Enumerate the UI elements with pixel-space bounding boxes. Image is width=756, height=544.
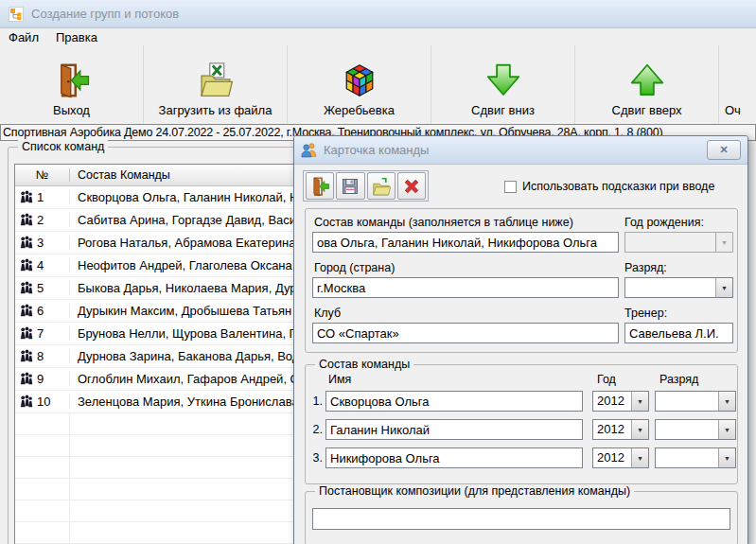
team-members-text: Брунова Нелли, Щурова Валентина, Г: [70, 326, 296, 341]
member-year-combobox[interactable]: 2012 ▼: [592, 447, 649, 468]
members-groupbox: Состав команды Имя Год Разряд 1. 2012 ▼ …: [305, 364, 738, 484]
birth-year-label: Год рождения:: [624, 216, 704, 229]
app-icon: [9, 7, 24, 22]
delete-x-icon: [402, 177, 421, 196]
member-rank-column-label: Разряд: [659, 373, 698, 386]
team-members-text: Зеленцова Мария, Уткина Бронислава: [70, 395, 299, 409]
exit-button[interactable]: Выход: [0, 45, 144, 124]
team-icon: [19, 213, 33, 227]
team-list-title: Список команд: [18, 140, 108, 153]
member-name-input[interactable]: [325, 391, 583, 412]
team-icon: [19, 349, 33, 363]
member-row-number: 3.: [308, 451, 323, 465]
member-rank-combobox[interactable]: ▼: [655, 391, 736, 412]
coach-input[interactable]: [624, 323, 733, 343]
dialog-titlebar: Карточка команды ✕: [294, 136, 747, 165]
close-icon: ✕: [719, 144, 728, 156]
team-number: 6: [37, 304, 44, 318]
people-icon: [301, 142, 317, 158]
team-number: 4: [37, 258, 44, 272]
team-members-text: Дурнова Зарина, Баканова Дарья, Вод: [70, 349, 299, 363]
member-row-number: 2.: [308, 423, 323, 436]
draw-button-label: Жеребьевка: [324, 103, 395, 117]
chevron-down-icon: ▼: [718, 448, 735, 467]
team-number: 3: [37, 236, 44, 250]
dialog-exit-button[interactable]: [306, 172, 334, 200]
menu-file[interactable]: Файл: [0, 29, 47, 45]
team-card-dialog: Карточка команды ✕: [293, 135, 748, 544]
dialog-save-button[interactable]: [336, 172, 364, 200]
producer-groupbox: Постановщик композиции (для представлени…: [305, 491, 738, 544]
exit-door-icon: [53, 61, 91, 99]
chevron-down-icon: ▼: [718, 392, 735, 411]
member-row-number: 1.: [308, 395, 323, 408]
member-name-column-label: Имя: [328, 373, 351, 386]
team-number: 8: [37, 349, 44, 363]
main-toolbar: Выход Загрузить из файла: [0, 45, 756, 124]
chevron-down-icon: ▼: [631, 448, 648, 467]
hints-checkbox-label: Использовать подсказки при вводе: [522, 180, 714, 193]
composition-input[interactable]: [312, 232, 619, 253]
chevron-down-icon: ▼: [715, 233, 732, 252]
shift-down-button[interactable]: Сдвиг вниз: [431, 45, 575, 124]
composition-label: Состав команды (заполняется в таблице ни…: [314, 216, 573, 229]
column-header-name: Состав Команды: [70, 168, 170, 182]
green-up-arrow-icon: [628, 61, 666, 99]
draw-button[interactable]: Жеребьевка: [288, 45, 431, 124]
open-folder-icon: [371, 176, 392, 197]
member-year-combobox[interactable]: 2012 ▼: [592, 391, 649, 412]
hints-checkbox[interactable]: [504, 181, 517, 193]
clear-button[interactable]: Оч: [719, 45, 756, 124]
team-members-text: Скворцова Ольга, Галанин Николай, Н: [70, 190, 298, 204]
dialog-delete-button[interactable]: [397, 172, 426, 200]
team-members-text: Оглоблин Михаил, Гафаров Андрей, С: [70, 372, 299, 386]
team-icon: [19, 190, 33, 204]
team-number: 5: [37, 281, 44, 295]
member-name-input[interactable]: [325, 447, 583, 468]
member-year-combobox[interactable]: 2012 ▼: [592, 419, 649, 440]
producer-input[interactable]: [312, 508, 730, 530]
rank-label: Разряд:: [624, 261, 667, 274]
team-members-text: Дурыкин Максим, Дробышева Татьян: [70, 304, 291, 318]
team-members-text: Сабитва Арина, Горгадзе Давид, Васи: [70, 213, 296, 227]
load-from-file-button[interactable]: Загрузить из файла: [144, 45, 288, 124]
coach-label: Тренер:: [624, 307, 667, 320]
dialog-close-button[interactable]: ✕: [707, 140, 741, 160]
team-number: 10: [37, 395, 50, 409]
club-input[interactable]: [312, 323, 619, 343]
team-icon: [19, 326, 33, 341]
member-rank-value: [656, 420, 718, 439]
app-window: Создание групп и потоков Файл Правка Вых…: [0, 0, 756, 544]
team-members-text: Рогова Наталья, Абрамова Екатерина: [70, 236, 295, 250]
member-name-input[interactable]: [325, 419, 583, 440]
dialog-title: Карточка команды: [324, 143, 700, 157]
dialog-load-button[interactable]: [367, 172, 396, 200]
green-down-arrow-icon: [484, 61, 522, 99]
window-title: Создание групп и потоков: [31, 7, 179, 21]
team-icon: [19, 304, 33, 318]
shift-up-button-label: Сдвиг вверх: [612, 103, 682, 117]
city-input[interactable]: [312, 277, 619, 298]
menu-edit[interactable]: Правка: [47, 29, 106, 45]
rubik-cube-icon: [341, 61, 378, 99]
team-number: 1: [37, 190, 44, 204]
shift-up-button[interactable]: Сдвиг вверх: [575, 45, 719, 124]
chevron-down-icon: ▼: [631, 420, 648, 439]
floppy-save-icon: [341, 177, 360, 196]
menubar: Файл Правка: [0, 28, 756, 45]
dialog-body: Использовать подсказки при вводе Состав …: [294, 165, 747, 544]
dialog-toolbar: [303, 170, 429, 202]
excel-folder-icon: [197, 61, 235, 99]
member-rank-combobox[interactable]: ▼: [655, 447, 736, 468]
team-number: 2: [37, 213, 44, 227]
team-members-text: Быкова Дарья, Николаева Мария, Дур: [70, 281, 297, 295]
chevron-down-icon: ▼: [631, 392, 648, 411]
team-fields-groupbox: Состав команды (заполняется в таблице ни…: [305, 208, 738, 353]
chevron-down-icon: ▼: [718, 420, 735, 439]
member-year-value: 2012: [593, 392, 631, 411]
member-rank-combobox[interactable]: ▼: [655, 419, 736, 440]
team-members-text: Неофитов Андрей, Глаголева Оксана: [70, 258, 292, 272]
hints-checkbox-row: Использовать подсказки при вводе: [504, 180, 714, 193]
birth-year-value: [625, 233, 715, 252]
rank-combobox[interactable]: ▼: [624, 277, 733, 298]
